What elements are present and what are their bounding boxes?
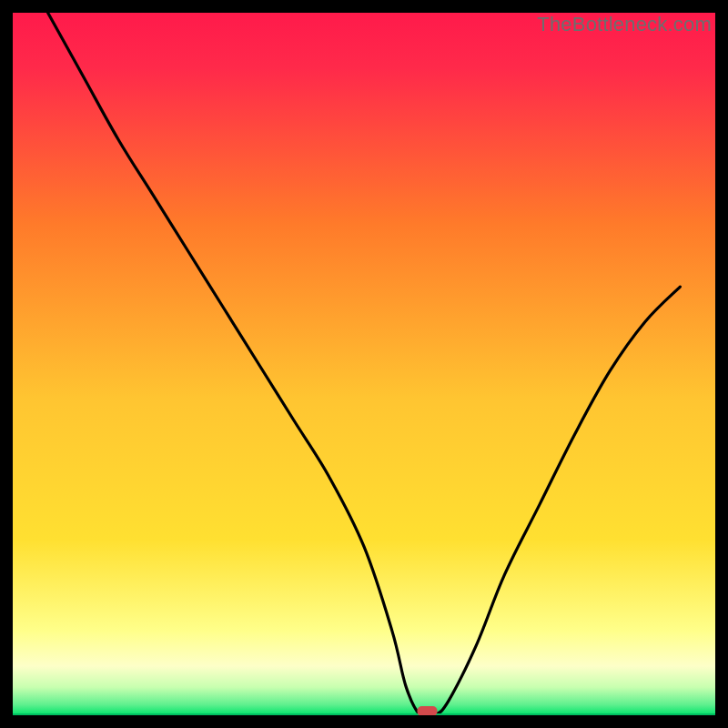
attribution-watermark: TheBottleneck.com [537,13,712,36]
gradient-background [13,13,715,715]
optimum-marker [417,706,437,715]
chart-frame [13,13,715,715]
bottleneck-chart [13,13,715,715]
